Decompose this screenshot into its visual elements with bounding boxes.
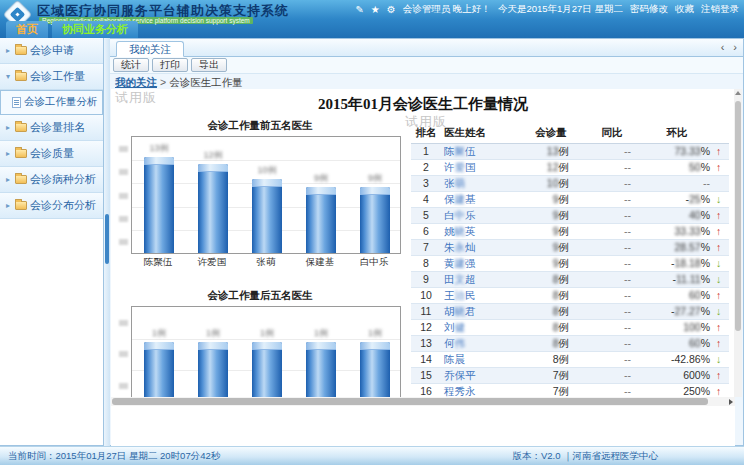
sidebar: ▸会诊申请▾会诊工作量会诊工作量分析▸会诊量排名▸会诊质量▸会诊病种分析▸会诊分…: [0, 38, 104, 446]
doctor-name-link[interactable]: 王治民: [444, 289, 476, 301]
name-part: 白: [444, 209, 455, 221]
favorites-link[interactable]: 收藏: [675, 3, 694, 16]
doctor-name-link[interactable]: 乔保平: [444, 369, 476, 381]
vertical-scroll-thumb[interactable]: [735, 101, 741, 331]
bar-value-label-blurred: 1例: [144, 327, 174, 340]
column-header: 排名: [411, 123, 441, 144]
print-button[interactable]: 打印: [152, 58, 188, 72]
doctor-name-link[interactable]: 张萌: [444, 177, 465, 189]
primary-nav: 首页 协同业务分析: [6, 21, 138, 38]
scroll-up-icon[interactable]: [735, 91, 741, 95]
folder-icon: [15, 123, 27, 132]
cell-doctor-name: 胡晓君: [441, 304, 519, 320]
tree-arrow-icon[interactable]: ▾: [4, 72, 12, 81]
doctor-name-link[interactable]: 陈晨: [444, 353, 465, 365]
doctor-name-link[interactable]: 田文超: [444, 273, 476, 285]
content-tabbar: 我的关注 ‹ ›: [110, 39, 743, 57]
tree-arrow-icon[interactable]: ▸: [4, 175, 12, 184]
horizontal-scroll-thumb[interactable]: [112, 398, 708, 405]
doctor-name-link[interactable]: 朱永灿: [444, 241, 476, 253]
vertical-scrollbar[interactable]: [734, 89, 742, 397]
tree-arrow-icon[interactable]: ▸: [4, 123, 12, 132]
cell-doctor-name: 许爱国: [441, 160, 519, 176]
sidebar-item[interactable]: ▸会诊申请: [0, 38, 103, 64]
content-bottom-padding: [111, 406, 735, 446]
tree-arrow-icon[interactable]: ▸: [4, 46, 12, 55]
tree-arrow-icon[interactable]: ▸: [4, 201, 12, 210]
tab-scroll-left-icon[interactable]: ‹: [721, 41, 725, 53]
y-axis-tick-blurred: [119, 239, 128, 245]
mom-percent: %: [701, 225, 710, 237]
mom-percent: %: [701, 273, 710, 285]
name-part-blurred: 爱: [455, 161, 466, 173]
bar: 1例: [360, 342, 390, 397]
doctor-name-link[interactable]: 黄建强: [444, 257, 476, 269]
folder-icon: [15, 149, 27, 158]
sidebar-item[interactable]: ▸会诊分布分析: [0, 193, 103, 219]
tab-my-focus[interactable]: 我的关注: [116, 41, 184, 57]
sidebar-subitem-label: 会诊工作量分析: [24, 95, 98, 109]
breadcrumb: 我的关注>会诊医生工作量: [115, 76, 243, 90]
x-axis-label: 保建基: [293, 254, 347, 269]
tab-scroll-right-icon[interactable]: ›: [733, 41, 737, 53]
mom-number-blurred: 27.27: [674, 305, 700, 317]
cell-mom: 250%: [641, 384, 713, 398]
cell-yoy: --: [583, 304, 641, 320]
tree-arrow-icon[interactable]: ▸: [4, 149, 12, 158]
sidebar-item[interactable]: ▸会诊量排名: [0, 115, 103, 141]
table-row: 9田文超8例---11.11%↓: [411, 272, 729, 288]
cell-rank: 10: [411, 288, 441, 304]
cell-mom: 50%: [641, 160, 713, 176]
logout-link[interactable]: 注销登录: [701, 3, 739, 16]
doctor-name-link[interactable]: 保建基: [444, 193, 476, 205]
name-part: 伍: [465, 145, 476, 157]
doctor-name-link[interactable]: 刘健: [444, 321, 465, 333]
splitter-handle[interactable]: [105, 214, 109, 264]
sidebar-item[interactable]: ▸会诊质量: [0, 141, 103, 167]
volume-number: 8: [553, 337, 559, 349]
change-password-link[interactable]: 密码修改: [630, 3, 668, 16]
table-row: 4保建基9例---25%↓: [411, 192, 729, 208]
doctor-name-link[interactable]: 白中乐: [444, 209, 476, 221]
pencil-icon[interactable]: ✎: [355, 4, 363, 15]
cell-volume: 8例: [519, 320, 583, 336]
bar-value-label-blurred: 9例: [306, 172, 336, 185]
stats-button[interactable]: 统计: [113, 58, 149, 72]
scroll-right-icon[interactable]: [729, 399, 733, 405]
document-icon: [12, 97, 21, 108]
breadcrumb-current: 会诊医生工作量: [169, 76, 243, 88]
volume-number: 8: [553, 273, 559, 285]
doctor-name-link[interactable]: 姚晓英: [444, 225, 476, 237]
volume-number: 10: [547, 177, 559, 189]
cell-trend: ↑: [713, 368, 729, 384]
chart-plot-area: 13例12例10例9例9例: [131, 136, 401, 254]
current-time: 当前时间：2015年01月27日 星期二 20时07分42秒: [8, 450, 220, 463]
doctor-name-link[interactable]: 胡晓君: [444, 305, 476, 317]
doctor-name-link[interactable]: 程秀永: [444, 385, 476, 397]
mom-percent: %: [701, 321, 710, 333]
mom-number-blurred: 40: [689, 209, 701, 221]
mom-percent: %: [701, 337, 710, 349]
doctor-name-link[interactable]: 陈聚伍: [444, 145, 476, 157]
doctor-name-link[interactable]: 何伟: [444, 337, 465, 349]
sidebar-subitem[interactable]: 会诊工作量分析: [0, 90, 103, 115]
horizontal-scrollbar[interactable]: [111, 397, 735, 406]
cell-rank: 9: [411, 272, 441, 288]
breadcrumb-link[interactable]: 我的关注: [115, 76, 157, 88]
star-icon[interactable]: ★: [371, 4, 380, 15]
sidebar-item[interactable]: ▸会诊病种分析: [0, 167, 103, 193]
name-part-blurred: 永: [455, 241, 466, 253]
cell-trend: ↓: [713, 192, 729, 208]
bar: 1例: [198, 342, 228, 397]
doctor-name-link[interactable]: 许爱国: [444, 161, 476, 173]
gear-icon[interactable]: ⚙: [387, 4, 396, 15]
export-button[interactable]: 导出: [191, 58, 227, 72]
mom-number-blurred: 28.57: [674, 241, 700, 253]
sidebar-item[interactable]: ▾会诊工作量: [0, 64, 103, 90]
chart-top5: 会诊工作量前五名医生13例12例10例9例9例陈聚伍许爱国张萌保建基白中乐: [117, 119, 403, 269]
nav-tab-business-analysis[interactable]: 协同业务分析: [52, 21, 138, 38]
nav-tab-home[interactable]: 首页: [6, 21, 48, 38]
trend-up-icon: ↑: [716, 289, 721, 301]
name-part-blurred: 晓: [455, 305, 466, 317]
sidebar-item-label: 会诊工作量: [30, 69, 85, 84]
